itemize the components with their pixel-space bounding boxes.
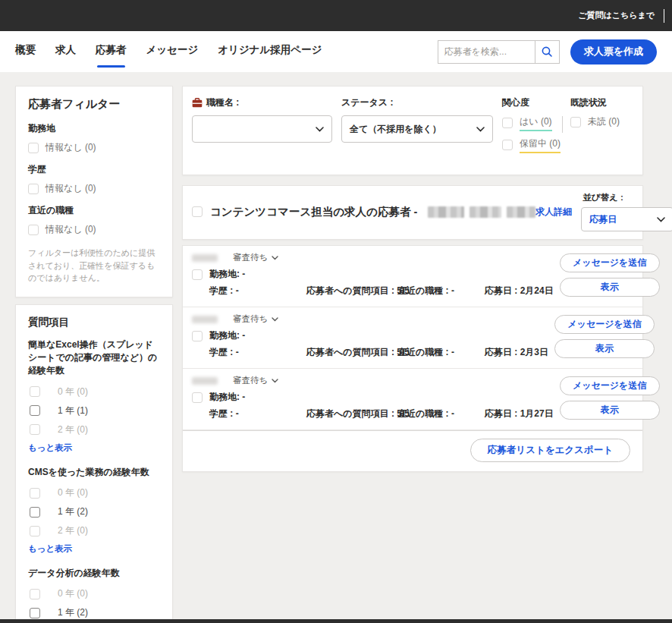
interest-yes-option[interactable]: はい (0) <box>502 115 561 130</box>
send-message-button[interactable]: メッセージを送信 <box>560 253 660 272</box>
question-filter-excel: 簡単なExcel操作（スプレッドシートでの記事の管理など）の経験年数 0 年 (… <box>28 338 160 457</box>
tab-applicants[interactable]: 応募者 <box>96 43 127 60</box>
view-button[interactable]: 表示 <box>554 339 655 358</box>
sort-select[interactable]: 応募日 <box>581 207 672 231</box>
checkbox[interactable] <box>502 140 513 150</box>
checkbox[interactable] <box>30 386 40 397</box>
search-icon <box>541 46 553 58</box>
checkbox[interactable] <box>502 118 513 128</box>
checkbox[interactable] <box>28 225 39 235</box>
redacted-applicant-name <box>192 316 218 323</box>
applicant-status-dropdown[interactable]: 審査待ち <box>233 252 278 263</box>
interest-hold-option[interactable]: 保留中 (0) <box>502 137 561 152</box>
status-filter: ステータス : 全て（不採用を除く） <box>341 96 502 159</box>
checkbox[interactable] <box>30 526 40 536</box>
job-header-card: コンテンツコマース担当の求人の応募者 - 求人詳細 並び替え : 応募日 ↑ <box>182 185 643 240</box>
questions-field: 応募者への質問項目 : 5/5 <box>306 285 397 297</box>
contact-help-link[interactable]: ご質問はこちらまで <box>578 10 655 21</box>
question-filters-card: 質問項目 簡単なExcel操作（スプレッドシートでの記事の管理など）の経験年数 … <box>15 304 173 623</box>
filter-option[interactable]: 情報なし (0) <box>28 223 160 236</box>
filter-recent-job: 直近の職種 情報なし (0) <box>28 204 160 236</box>
tab-overview[interactable]: 概要 <box>15 43 36 60</box>
filter-option[interactable]: 2 年 (0) <box>28 423 160 436</box>
search-input[interactable] <box>438 40 535 64</box>
applicant-status-dropdown[interactable]: 審査待ち <box>233 313 278 325</box>
read-status-filter: 既読状況 未読 (0) <box>570 96 620 136</box>
send-message-button[interactable]: メッセージを送信 <box>554 315 655 334</box>
row-checkbox[interactable] <box>192 331 203 341</box>
filter-disclaimer: フィルターは利便性のために提供されており、正確性を保証するものではありません。 <box>28 247 160 285</box>
checkbox[interactable] <box>30 507 40 518</box>
filter-option[interactable]: 0 年 (0) <box>28 486 160 499</box>
search-button[interactable] <box>535 40 560 64</box>
checkbox[interactable] <box>570 117 581 127</box>
filter-option[interactable]: 情報なし (0) <box>28 141 160 154</box>
send-message-button[interactable]: メッセージを送信 <box>560 376 660 395</box>
interest-filter: 関心度 はい (0) 保留中 (0) <box>502 96 561 159</box>
show-more-link[interactable]: もっと表示 <box>28 442 72 454</box>
basic-filters-card: 応募者フィルター 勤務地 情報なし (0) 学歴 情報なし (0) 直近の職種 <box>15 86 173 297</box>
filter-option[interactable]: 1 年 (2) <box>28 606 160 619</box>
filter-option[interactable]: 0 年 (0) <box>28 587 160 600</box>
education-field: 学歴 : - <box>209 285 306 297</box>
redacted-applicant-name <box>192 254 218 262</box>
applicant-filter-sidebar: 応募者フィルター 勤務地 情報なし (0) 学歴 情報なし (0) 直近の職種 <box>15 86 173 623</box>
main-panel: 職種名 : ステータス : 全て（不採用を除く） <box>182 86 643 472</box>
show-more-link[interactable]: もっと表示 <box>28 543 72 555</box>
filter-option[interactable]: 2 年 (0) <box>28 524 160 537</box>
applicant-row: 審査待ち 勤務地: - 学歴 : - 応募者への質問項目 : 5/5 直近の職種… <box>183 307 642 369</box>
row-checkbox[interactable] <box>192 392 203 403</box>
redacted-applicant-name <box>192 377 218 385</box>
apply-date-field: 応募日 : 2月3日 <box>485 346 548 359</box>
tab-career-page[interactable]: オリジナル採用ページ <box>218 43 322 60</box>
view-button[interactable]: 表示 <box>560 401 660 420</box>
filter-option[interactable]: 1 年 (1) <box>28 404 160 417</box>
status-select[interactable]: 全て（不採用を除く） <box>341 115 493 143</box>
tab-jobs[interactable]: 求人 <box>55 43 76 60</box>
briefcase-icon <box>192 98 203 108</box>
applicant-search <box>438 40 560 64</box>
tab-messages[interactable]: メッセージ <box>146 43 199 60</box>
question-filter-data-analysis: データ分析の経験年数 0 年 (0) 1 年 (2) 2 年 (0) もっと表示 <box>28 567 160 623</box>
export-section: 応募者リストをエクスポート <box>183 430 642 471</box>
questions-field: 応募者への質問項目 : 5/5 <box>306 407 397 420</box>
applicant-status-dropdown[interactable]: 審査待ち <box>233 375 278 386</box>
question-filter-cms: CMSを使った業務の経験年数 0 年 (0) 1 年 (2) 2 年 (0) も… <box>28 466 160 558</box>
job-title-select[interactable] <box>192 115 332 143</box>
checkbox[interactable] <box>30 488 40 499</box>
filter-option[interactable]: 情報なし (0) <box>28 182 160 195</box>
recent-job-field: 直近の職種 : - <box>397 285 485 297</box>
checkbox[interactable] <box>30 405 40 416</box>
sidebar-title: 応募者フィルター <box>28 97 160 112</box>
filter-divider <box>562 116 563 133</box>
unread-option[interactable]: 未読 (0) <box>570 115 620 128</box>
chevron-down-icon <box>272 317 278 322</box>
chevron-down-icon <box>272 379 278 383</box>
education-field: 学歴 : - <box>209 407 306 420</box>
job-details-link[interactable]: 求人詳細 <box>535 206 572 219</box>
apply-date-field: 応募日 : 2月24日 <box>485 285 554 297</box>
chevron-down-icon <box>657 217 665 222</box>
filter-location: 勤務地 情報なし (0) <box>28 122 160 154</box>
topbar-divider <box>664 9 664 23</box>
checkbox[interactable] <box>30 589 40 599</box>
view-button[interactable]: 表示 <box>560 278 660 297</box>
applicant-row: 審査待ち 勤務地: - 学歴 : - 応募者への質問項目 : 5/5 直近の職種… <box>183 369 642 430</box>
filter-option[interactable]: 1 年 (2) <box>28 505 160 518</box>
export-applicant-list-button[interactable]: 応募者リストをエクスポート <box>470 439 630 462</box>
checkbox[interactable] <box>28 143 39 153</box>
applicant-row: 審査待ち 勤務地: - 学歴 : - 応募者への質問項目 : 5/5 直近の職種… <box>183 246 642 307</box>
checkbox[interactable] <box>30 424 40 435</box>
nav-tabs: 概要 求人 応募者 メッセージ オリジナル採用ページ <box>15 43 322 60</box>
checkbox[interactable] <box>28 184 39 194</box>
questions-field: 応募者への質問項目 : 5/5 <box>306 346 397 359</box>
filter-option[interactable]: 0 年 (0) <box>28 385 160 398</box>
recent-job-field: 直近の職種 : - <box>397 407 485 420</box>
checkbox[interactable] <box>30 608 40 618</box>
row-checkbox[interactable] <box>192 269 203 280</box>
chevron-down-icon <box>476 127 485 132</box>
create-job-button[interactable]: 求人票を作成 <box>570 39 657 65</box>
select-all-checkbox[interactable] <box>192 206 203 217</box>
bottom-bar <box>0 619 672 623</box>
recent-job-field: 直近の職種 : - <box>397 346 485 359</box>
